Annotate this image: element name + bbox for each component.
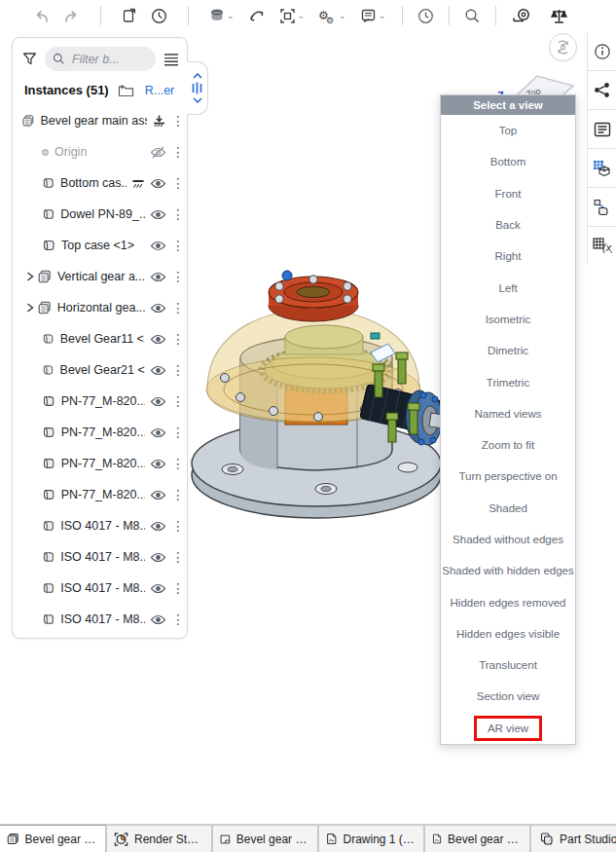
eye-icon[interactable] (150, 552, 166, 563)
instance-row[interactable]: ISO 4017 - M8... ⋮ (13, 573, 187, 604)
view-rotation-lock-button[interactable] (549, 33, 577, 61)
copy-document-button[interactable] (122, 8, 137, 23)
instance-row[interactable]: Dowel PN-89_... ⋮ (13, 199, 187, 230)
kebab-menu-icon[interactable]: ⋮ (171, 580, 181, 596)
view-menu-item[interactable]: Shaded (441, 493, 575, 524)
mass-properties-button[interactable] (541, 8, 577, 24)
view-menu-item[interactable]: Left (441, 272, 575, 303)
view-menu-item[interactable]: Trimetric (441, 366, 575, 397)
instance-row[interactable]: Origin ⋮ (13, 136, 187, 167)
eye-icon[interactable] (150, 272, 166, 282)
view-menu-item[interactable]: Shaded with hidden edges (441, 555, 575, 586)
structure-list-icon[interactable] (163, 53, 179, 66)
expand-chevron-icon[interactable] (26, 272, 34, 281)
view-menu-item[interactable]: AR view (441, 713, 575, 744)
eye-icon[interactable] (150, 365, 166, 376)
view-menu-item[interactable]: Zoom to fit (441, 429, 575, 461)
view-menu-item[interactable]: Shaded without edges (441, 524, 575, 555)
eye-icon[interactable] (150, 427, 166, 438)
measure-button[interactable] (503, 8, 541, 23)
kebab-menu-icon[interactable]: ⋮ (171, 206, 181, 222)
bevel-gear-assembly-model[interactable] (180, 243, 462, 526)
instance-row[interactable]: ISO 4017 - M8... ⋮ (13, 541, 187, 573)
versions-history-button[interactable] (151, 8, 167, 24)
kebab-menu-icon[interactable]: ⋮ (171, 113, 181, 129)
instance-row[interactable]: PN-77_M-820... ⋮ (13, 448, 187, 479)
info-button[interactable] (588, 32, 616, 70)
history-button[interactable] (410, 8, 442, 24)
comments-button[interactable] (588, 110, 616, 148)
eye-icon[interactable] (150, 178, 166, 189)
instance-row[interactable]: Top case <1> ⋮ (13, 230, 187, 261)
panel-collapse-handle[interactable] (187, 61, 208, 115)
document-tab[interactable]: Bevel gear mai... (0, 825, 106, 852)
kebab-menu-icon[interactable]: ⋮ (171, 456, 181, 471)
eye-icon[interactable] (150, 241, 166, 251)
eye-icon[interactable] (150, 583, 166, 594)
view-menu-item[interactable]: Top (441, 115, 575, 146)
edit-features-button[interactable]: ⚙⚙ ⌄ (318, 8, 346, 24)
kebab-menu-icon[interactable]: ⋮ (171, 362, 181, 378)
eye-icon[interactable] (150, 303, 166, 314)
add-folder-icon[interactable] (118, 84, 134, 97)
instance-row[interactable]: Bevel gear main ass... ⋮ (13, 105, 187, 136)
instance-row[interactable]: Horizontal gea... ⋮ (13, 292, 187, 323)
eye-icon[interactable] (150, 459, 166, 469)
kebab-menu-icon[interactable]: ⋮ (171, 549, 181, 565)
display-states-button[interactable]: ⌄ (209, 8, 235, 23)
kebab-menu-icon[interactable]: ⋮ (171, 144, 181, 160)
kebab-menu-icon[interactable]: ⋮ (171, 238, 181, 253)
appearance-button[interactable]: ⌄ (360, 8, 386, 24)
kebab-menu-icon[interactable]: ⋮ (171, 518, 181, 534)
document-tab[interactable]: Bevel gear main a... (424, 825, 530, 852)
instance-row[interactable]: Bottom cas... ⋮ (13, 167, 187, 199)
derived-part-button[interactable] (588, 188, 616, 226)
kebab-menu-icon[interactable]: ⋮ (171, 300, 181, 315)
document-tab[interactable]: Part Studio 1 (530, 825, 616, 852)
view-menu-item[interactable]: Back (441, 209, 575, 241)
view-menu-item[interactable]: Hidden edges removed (441, 586, 575, 617)
eye-icon[interactable] (150, 490, 166, 500)
expand-chevron-icon[interactable] (26, 303, 34, 313)
view-menu-item[interactable]: Named views (441, 398, 575, 429)
bom-button[interactable] (588, 149, 616, 187)
view-menu-item[interactable]: Translucent (441, 649, 575, 681)
document-tab[interactable]: Render Studio (106, 825, 212, 852)
filter-input[interactable] (70, 52, 146, 67)
view-menu-item[interactable]: Section view (441, 681, 575, 712)
kebab-menu-icon[interactable]: ⋮ (171, 331, 181, 347)
kebab-menu-icon[interactable]: ⋮ (171, 393, 181, 409)
view-menu-item[interactable]: Hidden edges visible (441, 618, 575, 649)
kebab-menu-icon[interactable]: ⋮ (171, 425, 181, 440)
eye-slash-icon[interactable] (150, 146, 166, 159)
eye-icon[interactable] (150, 334, 166, 345)
view-menu-item[interactable]: Right (441, 241, 575, 272)
document-tab[interactable]: Bevel gear main a... (212, 825, 318, 852)
view-menu-item[interactable]: Front (441, 178, 575, 209)
eye-icon[interactable] (150, 209, 166, 220)
eye-icon[interactable] (150, 614, 166, 625)
reorder-link[interactable]: R...er (145, 84, 175, 97)
view-menu-item[interactable]: Bottom (441, 146, 575, 177)
view-menu-item[interactable]: Isometric (441, 304, 575, 335)
instance-row[interactable]: PN-77_M-820... ⋮ (13, 386, 187, 417)
variables-button[interactable]: (x) (588, 227, 616, 265)
kebab-menu-icon[interactable]: ⋮ (171, 487, 181, 502)
instance-row[interactable]: Vertical gear a... ⋮ (13, 261, 187, 292)
instance-row[interactable]: PN-77_M-820... ⋮ (13, 479, 187, 510)
kebab-menu-icon[interactable]: ⋮ (171, 611, 181, 627)
view-menu-item[interactable]: Turn perspective on (441, 461, 575, 492)
filter-funnel-icon[interactable] (22, 52, 37, 66)
undo-button[interactable] (33, 9, 50, 23)
instance-row[interactable]: ISO 4017 - M8... ⋮ (13, 510, 187, 541)
redo-button[interactable] (63, 9, 80, 23)
chevron-down-icon[interactable] (193, 97, 202, 103)
filter-input-box[interactable] (45, 47, 156, 71)
chevron-up-icon[interactable] (193, 73, 202, 79)
instance-row[interactable]: Bevel Gear21 <... ⋮ (13, 354, 187, 386)
instance-row[interactable]: PN-77_M-820... ⋮ (13, 417, 187, 448)
instance-row[interactable]: Bevel Gear11 <... ⋮ (13, 323, 187, 354)
share-button[interactable] (588, 71, 616, 109)
kebab-menu-icon[interactable]: ⋮ (171, 269, 181, 284)
named-positions-button[interactable] (248, 8, 266, 23)
